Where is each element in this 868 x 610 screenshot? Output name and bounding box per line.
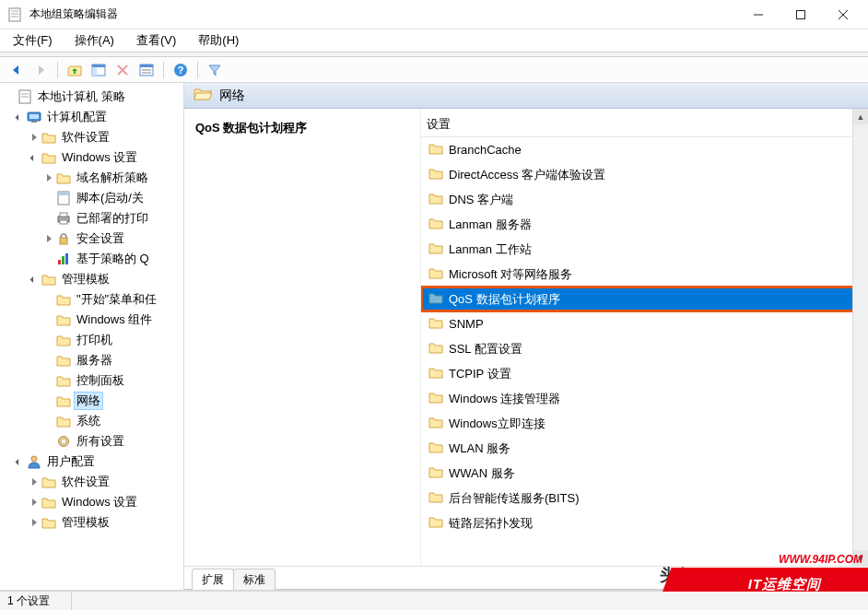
tree-item[interactable]: 域名解析策略	[0, 168, 183, 188]
settings-icon	[55, 433, 72, 450]
status-count: 1 个设置	[7, 592, 72, 610]
chevron-right-icon[interactable]	[42, 171, 55, 184]
tree-item[interactable]: 基于策略的 Q	[0, 249, 183, 269]
minimize-button[interactable]	[737, 2, 780, 28]
tree-item[interactable]: 已部署的打印	[0, 208, 183, 229]
chart-icon	[55, 251, 72, 267]
forward-button[interactable]	[29, 60, 52, 80]
tree-label: 服务器	[74, 351, 115, 370]
folder-icon	[41, 494, 57, 510]
tree-item[interactable]: 所有设置	[0, 431, 183, 452]
tree-item[interactable]: "开始"菜单和任	[0, 289, 183, 310]
setting-row[interactable]: Lanman 服务器	[421, 212, 868, 237]
setting-label: Windows 连接管理器	[449, 391, 560, 407]
setting-label: Microsoft 对等网络服务	[449, 266, 572, 283]
tree-item[interactable]: 打印机	[0, 330, 183, 350]
tree-item[interactable]: 脚本(启动/关	[0, 188, 183, 208]
folder-icon	[55, 170, 72, 186]
chevron-down-icon[interactable]	[28, 151, 41, 164]
maximize-button[interactable]	[780, 2, 822, 28]
folder-icon	[428, 440, 443, 456]
setting-row[interactable]: Windows 连接管理器	[421, 386, 868, 411]
setting-row[interactable]: Lanman 工作站	[421, 237, 868, 262]
chevron-right-icon[interactable]	[28, 131, 41, 144]
svg-rect-0	[9, 8, 20, 21]
setting-row[interactable]: 后台智能传送服务(BITS)	[421, 486, 868, 510]
folder-icon	[55, 332, 72, 348]
setting-label: TCPIP 设置	[449, 366, 511, 382]
setting-row[interactable]: QoS 数据包计划程序	[421, 287, 868, 311]
chevron-down-icon[interactable]	[13, 455, 26, 468]
folder-icon	[55, 393, 72, 409]
setting-row[interactable]: Microsoft 对等网络服务	[421, 262, 868, 287]
chevron-down-icon[interactable]	[28, 273, 41, 286]
setting-row[interactable]: SNMP	[421, 311, 868, 336]
delete-button[interactable]	[111, 60, 134, 80]
setting-row[interactable]: WWAN 服务	[421, 461, 868, 486]
tree-comp-config[interactable]: 计算机配置	[0, 107, 183, 127]
folder-icon	[55, 311, 72, 328]
chevron-right-icon[interactable]	[28, 496, 41, 509]
tree-root[interactable]: 本地计算机 策略	[0, 87, 183, 107]
chevron-right-icon[interactable]	[28, 516, 41, 529]
folder-icon	[428, 316, 443, 332]
setting-label: Lanman 工作站	[449, 241, 532, 258]
scrollbar[interactable]: ▲ ▼	[852, 109, 868, 566]
menu-view[interactable]: 查看(V)	[133, 30, 180, 51]
filter-button[interactable]	[204, 60, 226, 80]
setting-row[interactable]: TCPIP 设置	[421, 361, 868, 386]
tree-item[interactable]: 系统	[0, 411, 183, 431]
setting-row[interactable]: DirectAccess 客户端体验设置	[421, 162, 868, 187]
tree-item[interactable]: 管理模板	[0, 512, 183, 533]
show-hide-tree-button[interactable]	[88, 60, 110, 80]
folder-icon	[428, 341, 443, 357]
tree-item[interactable]: 管理模板	[0, 269, 183, 289]
setting-row[interactable]: DNS 客户端	[421, 187, 868, 212]
tree-item-network[interactable]: 网络	[0, 391, 183, 411]
divider	[0, 52, 868, 57]
close-button[interactable]	[822, 2, 864, 28]
menu-help[interactable]: 帮助(H)	[194, 30, 242, 51]
folder-open-icon	[194, 87, 212, 104]
setting-label: Windows立即连接	[449, 416, 545, 432]
tree-label: Windows 设置	[59, 493, 140, 511]
tree-item[interactable]: 控制面板	[0, 370, 183, 391]
chevron-down-icon[interactable]	[13, 111, 26, 123]
tree-item[interactable]: 软件设置	[0, 472, 183, 492]
scroll-down-button[interactable]: ▼	[853, 550, 868, 566]
tree-item[interactable]: 软件设置	[0, 127, 183, 147]
folder-icon	[41, 129, 57, 146]
column-header-settings[interactable]: 设置	[421, 109, 868, 136]
back-button[interactable]	[6, 60, 28, 80]
folder-icon	[428, 416, 443, 431]
folder-icon	[428, 217, 443, 232]
menu-file[interactable]: 文件(F)	[9, 30, 56, 51]
tree-item[interactable]: Windows 组件	[0, 310, 183, 330]
tree-item[interactable]: 服务器	[0, 350, 183, 370]
tree-item[interactable]: Windows 设置	[0, 492, 183, 512]
setting-row[interactable]: BranchCache	[421, 137, 868, 162]
folder-icon	[55, 413, 72, 429]
setting-row[interactable]: WLAN 服务	[421, 436, 868, 461]
tree-user-config[interactable]: 用户配置	[0, 452, 183, 472]
chevron-right-icon[interactable]	[42, 232, 55, 245]
properties-button[interactable]	[135, 60, 158, 80]
svg-point-35	[62, 440, 65, 443]
svg-rect-28	[60, 213, 67, 217]
setting-row[interactable]: SSL 配置设置	[421, 336, 868, 361]
setting-row[interactable]: 链路层拓扑发现	[421, 510, 868, 535]
folder-icon	[428, 391, 443, 406]
tab-standard[interactable]: 标准	[233, 569, 276, 590]
tree-item[interactable]: Windows 设置	[0, 147, 183, 168]
chevron-right-icon[interactable]	[28, 475, 41, 488]
setting-row[interactable]: Windows立即连接	[421, 411, 868, 436]
setting-label: WWAN 服务	[449, 465, 515, 482]
help-button[interactable]: ?	[170, 60, 192, 80]
tree-item[interactable]: 安全设置	[0, 229, 183, 249]
tab-extended[interactable]: 扩展	[192, 569, 234, 590]
menu-action[interactable]: 操作(A)	[71, 30, 118, 51]
svg-rect-9	[92, 65, 105, 67]
scroll-up-button[interactable]: ▲	[853, 109, 868, 124]
up-button[interactable]	[64, 60, 86, 80]
folder-icon	[428, 142, 443, 158]
